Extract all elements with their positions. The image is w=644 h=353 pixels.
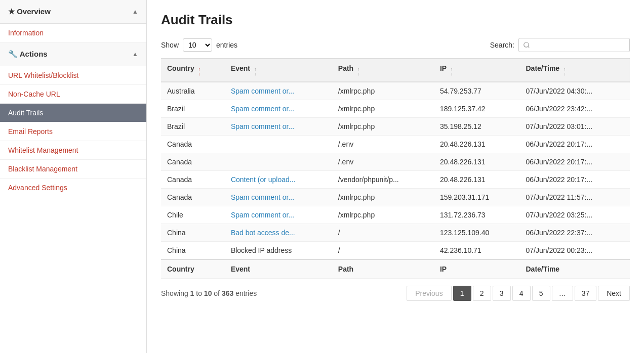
sort-icon-datetime: ↑↓: [564, 67, 566, 76]
chevron-up-icon: ▲: [132, 8, 138, 15]
main-content: Audit Trails Show 10 25 50 100 entries S…: [147, 0, 644, 353]
entries-label: entries: [216, 41, 237, 49]
showing-total: 363: [222, 289, 233, 297]
showing-from: 1: [190, 289, 194, 297]
page-btn-4[interactable]: 4: [512, 286, 531, 301]
audit-table: Country ↑↓ Event ↑↓ Path ↑↓ IP ↑↓ Date/T…: [161, 58, 630, 279]
table-row: AustraliaSpam comment or.../xmlrpc.php54…: [161, 82, 630, 100]
sort-icon-event: ↑↓: [254, 67, 257, 76]
table-header-row: Country ↑↓ Event ↑↓ Path ↑↓ IP ↑↓ Date/T…: [161, 59, 630, 82]
table-row: ChinaBad bot access de.../123.125.109.40…: [161, 224, 630, 242]
table-body: AustraliaSpam comment or.../xmlrpc.php54…: [161, 82, 630, 259]
star-icon: ★: [8, 7, 15, 16]
overview-label: Overview: [17, 7, 51, 16]
prev-button[interactable]: Previous: [407, 286, 451, 301]
table-row: CanadaSpam comment or.../xmlrpc.php159.2…: [161, 189, 630, 206]
sidebar-item-audit-trails[interactable]: Audit Trails: [0, 104, 146, 122]
chevron-up-icon-2: ▲: [132, 51, 138, 58]
table-row: ChileSpam comment or.../xmlrpc.php131.72…: [161, 206, 630, 224]
page-btn-ellipsis: …: [552, 286, 573, 301]
sort-icon-ip: ↑↓: [451, 67, 453, 76]
entries-select[interactable]: 10 25 50 100: [183, 38, 212, 52]
sidebar-item-advanced-settings[interactable]: Advanced Settings: [0, 179, 146, 197]
col-path[interactable]: Path ↑↓: [332, 59, 434, 82]
footer-event: Event: [225, 259, 332, 279]
col-event[interactable]: Event ↑↓: [225, 59, 332, 82]
footer-path: Path: [332, 259, 434, 279]
sort-icon-path: ↑↓: [357, 67, 360, 76]
page-btn-2[interactable]: 2: [473, 286, 491, 301]
actions-label: Actions: [20, 50, 48, 58]
table-row: BrazilSpam comment or.../xmlrpc.php35.19…: [161, 118, 630, 136]
showing-text: Showing 1 to 10 of 363 entries: [161, 289, 257, 297]
page-btn-3[interactable]: 3: [493, 286, 511, 301]
search-input[interactable]: [518, 38, 630, 52]
sidebar-item-email-reports[interactable]: Email Reports: [0, 122, 146, 141]
show-entries-control: Show 10 25 50 100 entries: [161, 38, 237, 52]
page-btn-5[interactable]: 5: [532, 286, 550, 301]
sidebar-item-blacklist-management[interactable]: Blacklist Management: [0, 160, 146, 179]
sidebar-item-whitelist-management[interactable]: Whitelist Management: [0, 141, 146, 160]
table-row: ChinaBlocked IP address/42.236.10.7107/J…: [161, 242, 630, 260]
footer-country: Country: [161, 259, 225, 279]
table-row: Canada/.env20.48.226.13106/Jun/2022 20:1…: [161, 153, 630, 171]
sidebar-item-information[interactable]: Information: [0, 24, 146, 42]
table-controls: Show 10 25 50 100 entries Search:: [161, 38, 630, 52]
sort-icon-country: ↑↓: [198, 67, 201, 76]
wrench-icon: 🔧: [8, 50, 18, 58]
page-btn-37[interactable]: 37: [575, 286, 597, 301]
page-title: Audit Trails: [161, 12, 630, 28]
footer-datetime: Date/Time: [520, 259, 630, 279]
sidebar-item-non-cache-url[interactable]: Non-Cache URL: [0, 85, 146, 104]
search-box: Search:: [490, 38, 630, 52]
sidebar: ★ Overview ▲ Information 🔧 Actions ▲ URL…: [0, 0, 147, 353]
table-footer-row: Country Event Path IP Date/Time: [161, 259, 630, 279]
table-row: Canada/.env20.48.226.13106/Jun/2022 20:1…: [161, 136, 630, 153]
footer-ip: IP: [434, 259, 520, 279]
sidebar-item-url-whitelist[interactable]: URL Whitelist/Blocklist: [0, 66, 146, 85]
showing-to: 10: [204, 289, 212, 297]
next-button[interactable]: Next: [598, 286, 630, 301]
table-footer: Showing 1 to 10 of 363 entries Previous …: [161, 286, 630, 301]
col-country[interactable]: Country ↑↓: [161, 59, 225, 82]
pagination: Previous 1 2 3 4 5 … 37 Next: [407, 286, 630, 301]
table-row: CanadaContent (or upload.../vendor/phpun…: [161, 171, 630, 189]
sidebar-actions-header[interactable]: 🔧 Actions ▲: [0, 42, 146, 66]
col-ip[interactable]: IP ↑↓: [434, 59, 520, 82]
page-btn-1[interactable]: 1: [453, 286, 471, 301]
col-datetime[interactable]: Date/Time ↑↓: [520, 59, 630, 82]
show-label: Show: [161, 41, 179, 49]
search-label: Search:: [490, 41, 514, 49]
sidebar-overview-header[interactable]: ★ Overview ▲: [0, 0, 146, 24]
table-row: BrazilSpam comment or.../xmlrpc.php189.1…: [161, 100, 630, 118]
